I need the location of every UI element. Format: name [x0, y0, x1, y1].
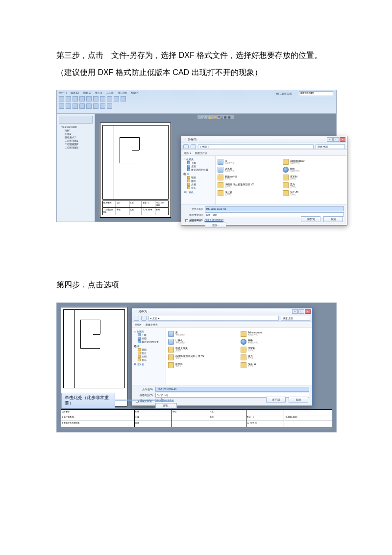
dialog-search[interactable]: 搜索 桌面 — [316, 144, 345, 149]
file-item[interactable]: 计算机系统文件夹 — [218, 166, 280, 174]
sidebar-item[interactable]: 图片 — [182, 179, 214, 182]
sidebar-item[interactable]: 最近访问的位置 — [182, 168, 214, 171]
min-button[interactable]: – — [327, 137, 333, 142]
menu-edit[interactable]: 编辑(E) — [71, 91, 79, 94]
file-item[interactable]: 计算机系统文件夹 — [168, 338, 238, 346]
back-button[interactable] — [134, 316, 139, 321]
sidebar-item[interactable]: 最近访问的位置 — [133, 340, 165, 343]
dialog-sidebar: ☆ 收藏夹 下载 桌面 最近访问的位置 📚 库 视频 图片 文档 音乐 🖥 计算… — [132, 328, 166, 385]
folder-icon — [138, 352, 141, 354]
folder-icon — [241, 362, 246, 368]
sidebar-item[interactable]: 图片 — [133, 352, 165, 354]
menubar[interactable]: 文件(F) 编辑(E) 视图(V) 插入(I) 工具(T) 窗口(W) 帮助(H… — [59, 91, 334, 94]
tb-cell: 审核 — [116, 208, 129, 215]
sidebar-item[interactable]: 文档 — [133, 355, 165, 358]
sidebar-computer[interactable]: 🖥 计算机 — [134, 363, 165, 366]
file-item[interactable]: 李军利文件夹 — [241, 346, 310, 353]
menu-tools[interactable]: 工具(T) — [106, 91, 114, 94]
save-button[interactable]: 保存(S) — [266, 397, 286, 403]
organize-menu[interactable]: 组织 ▾ — [184, 151, 191, 154]
forward-button[interactable] — [141, 316, 147, 321]
file-item[interactable]: 加工-01文件夹 — [241, 361, 310, 369]
title-block: 技术要求: 设计 标记 工艺 1. 未注圆角R1。 审核 工艺 数量 : 1 H… — [61, 409, 332, 428]
sidebar-item[interactable]: 下载 — [182, 161, 214, 164]
description-link[interactable]: Add a description — [204, 218, 223, 221]
file-label: 梁兴文件夹 — [248, 355, 254, 359]
sidebar-item[interactable]: 桌面 — [133, 337, 165, 340]
tree-item[interactable]: 工程图视图1 — [59, 139, 93, 142]
file-item[interactable]: 新建文件夹文件夹 — [168, 346, 238, 353]
new-folder-button[interactable]: 新建文件夹 — [146, 323, 158, 326]
options-button[interactable]: 选项... — [205, 223, 226, 228]
min-button[interactable]: – — [292, 309, 298, 314]
menu-view[interactable]: 视图(V) — [83, 91, 91, 94]
sidebar-item[interactable]: 视频 — [182, 176, 214, 179]
view-toolbar[interactable]: 🔍 🔍 📐 🏠 ⟲ ◻ ▦ ▦ — [197, 115, 234, 119]
organize-menu[interactable]: 组织 ▾ — [135, 323, 142, 326]
tree-item[interactable]: 注解 — [59, 129, 93, 132]
tb-cell — [172, 421, 209, 427]
file-item[interactable]: 滚丝机文件夹 — [168, 361, 238, 369]
filename-input[interactable]: HS-1102-0109-A0 — [205, 206, 344, 211]
app-search-box[interactable]: 搜索文件与模型 — [299, 91, 333, 96]
sidebar-item[interactable]: 音乐 — [182, 186, 214, 189]
sidebar-computer[interactable]: 🖥 计算机 — [183, 191, 214, 194]
file-item[interactable]: Administrator系统文件夹 — [241, 330, 310, 338]
breadcrumb[interactable]: ▸ 桌面 ▸ — [148, 316, 279, 321]
back-button[interactable] — [183, 144, 189, 149]
filename-input[interactable]: HS-1102-0109-A0 — [155, 387, 309, 392]
file-item[interactable]: 网络系统文件夹 — [283, 166, 345, 174]
palette-icons[interactable] — [59, 116, 93, 124]
file-item[interactable]: 梁兴文件夹 — [283, 181, 345, 189]
file-item[interactable]: 冯继锋 滚丝机送料三维 V2文件夹 — [218, 181, 280, 189]
dialog-search[interactable]: 搜索 桌面 — [281, 316, 310, 321]
sidebar-item[interactable]: 视频 — [133, 348, 165, 351]
file-item[interactable]: Administrator系统文件夹 — [283, 158, 345, 166]
save-as-dialog: 📄 另存为 – □ × ▸ 桌面 ▸ 搜索 桌面 组织 ▾ 新建文件夹 — [181, 136, 347, 226]
max-button[interactable]: □ — [298, 309, 304, 314]
file-item[interactable]: 冯继锋 滚丝机送料三维 V2文件夹 — [168, 353, 238, 361]
toolbar-icons-2[interactable] — [59, 103, 334, 109]
file-item[interactable]: 库系统文件夹 — [168, 330, 238, 338]
new-folder-button[interactable]: 新建文件夹 — [195, 151, 207, 154]
close-button[interactable]: × — [305, 309, 311, 314]
forward-button[interactable] — [191, 144, 196, 149]
cancel-button[interactable]: 取消 — [289, 397, 308, 403]
toolbar-icons[interactable] — [59, 96, 334, 101]
max-button[interactable]: □ — [333, 137, 339, 142]
file-label: 加工-01文件夹 — [290, 191, 298, 196]
sidebar-libraries[interactable]: 📚 库 — [134, 345, 165, 348]
hide-folders-toggle[interactable] — [185, 219, 188, 222]
file-item[interactable]: 库系统文件夹 — [218, 158, 280, 166]
file-label: 网络系统文件夹 — [248, 339, 258, 344]
tree-item[interactable]: 图纸格式1 — [59, 136, 93, 139]
file-item[interactable]: 网络系统文件夹 — [241, 338, 310, 346]
options-button[interactable]: 选项... — [155, 403, 177, 408]
menu-window[interactable]: 窗口(W) — [118, 91, 127, 94]
sidebar-item[interactable]: 桌面 — [182, 165, 214, 168]
menu-help[interactable]: 帮助(H) — [131, 91, 139, 94]
tree-item[interactable]: 工程图视图3 — [59, 146, 93, 149]
file-item[interactable]: 滚丝机文件夹 — [218, 189, 280, 197]
file-label: 冯继锋 滚丝机送料三维 V2文件夹 — [225, 183, 254, 188]
sidebar-item[interactable]: 文档 — [182, 183, 214, 186]
folder-icon — [168, 362, 174, 368]
menu-file[interactable]: 文件(F) — [59, 91, 67, 94]
tree-item[interactable]: 工程图视图2 — [59, 143, 93, 146]
tree-root[interactable]: HS-1102-0109 — [59, 126, 93, 128]
file-item[interactable]: 新建文件夹文件夹 — [218, 174, 280, 181]
close-button[interactable]: × — [340, 137, 345, 142]
file-item[interactable]: 李军利文件夹 — [283, 174, 345, 181]
menu-insert[interactable]: 插入(I) — [95, 91, 102, 94]
sidebar-libraries[interactable]: 📚 库 — [183, 173, 214, 176]
sidebar-item[interactable]: 下载 — [133, 333, 165, 336]
file-item[interactable]: 加工-01文件夹 — [283, 189, 345, 197]
breadcrumb[interactable]: ▸ 桌面 ▸ — [198, 144, 314, 149]
save-button[interactable]: 保存(S) — [301, 216, 320, 222]
cancel-button[interactable]: 取消 — [323, 216, 343, 222]
sidebar-item[interactable]: 音乐 — [133, 358, 165, 361]
sidebar-favorites[interactable]: ☆ 收藏夹 — [183, 158, 214, 161]
sidebar-favorites[interactable]: ☆ 收藏夹 — [134, 330, 165, 333]
file-item[interactable]: 梁兴文件夹 — [241, 353, 310, 361]
tree-item[interactable]: 图纸1 — [59, 132, 93, 135]
